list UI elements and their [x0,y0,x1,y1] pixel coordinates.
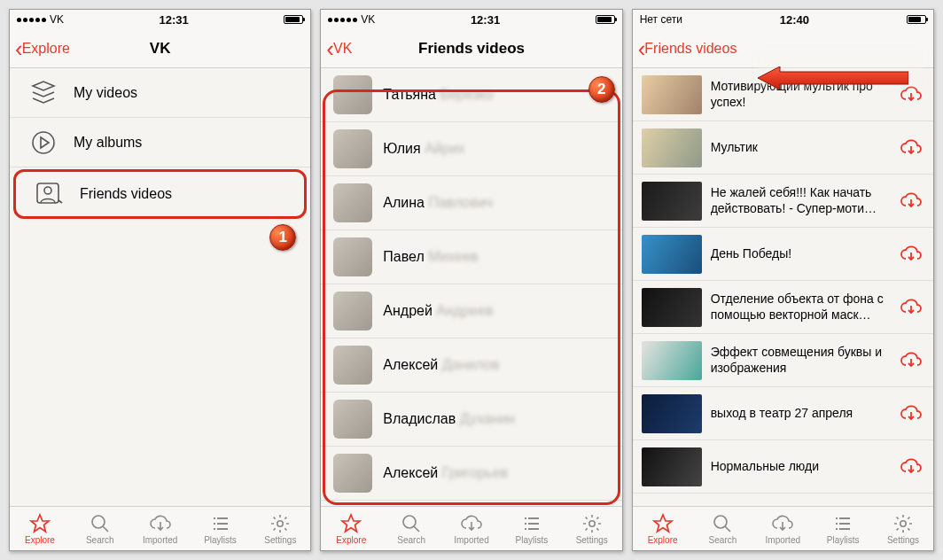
download-button[interactable] [900,297,924,318]
video-row[interactable]: Эффект совмещения буквы и изображения [633,334,933,387]
avatar [333,237,372,276]
back-label: Friends videos [644,41,736,57]
video-row[interactable]: День Победы! [633,228,933,281]
star-icon [340,513,362,534]
svg-point-2 [44,187,51,194]
video-title: Не жалей себя!!! Как начать действовать!… [711,185,891,216]
tab-settings[interactable]: Settings [250,507,310,550]
back-button[interactable]: ‹ Friends videos [638,37,737,60]
video-thumbnail [642,341,702,380]
tab-settings[interactable]: Settings [873,507,933,550]
download-button[interactable] [900,350,924,371]
video-row[interactable]: Нормальные люди [633,440,933,494]
friend-name: Юлия Айрих [383,141,464,157]
tab-imported[interactable]: Imported [441,507,502,550]
nav-bar: ‹ VK Friends videos [321,29,621,68]
clock: 12:31 [64,13,284,27]
download-button[interactable] [900,191,924,212]
svg-point-5 [403,516,416,528]
tab-label: Explore [25,535,55,545]
nav-bar: ‹ Explore VK [10,29,310,68]
friend-row[interactable]: Татьяна Березко [321,68,621,122]
friend-name: Алексей Данилов [383,357,499,373]
friends-list[interactable]: Татьяна Березко Юлия Айрих Алина Павлови… [321,68,621,506]
tab-imported[interactable]: Imported [130,507,191,550]
avatar [333,400,372,439]
battery-icon [284,15,303,24]
friend-row[interactable]: Алексей Григорьев [321,447,621,501]
download-button[interactable] [900,244,924,265]
tab-explore[interactable]: Explore [10,507,70,550]
tab-playlists[interactable]: Playlists [813,507,873,550]
video-thumbnail [642,75,702,114]
tab-explore[interactable]: Explore [321,507,381,550]
star-icon [29,513,51,534]
back-button[interactable]: ‹ Explore [15,37,70,60]
menu-friends-videos[interactable]: Friends videos [13,169,307,219]
menu-my-videos[interactable]: My videos [10,68,310,118]
video-row[interactable]: Мультик [633,121,933,175]
menu-label: Friends videos [80,186,172,202]
back-label: VK [333,41,352,57]
tab-search[interactable]: Search [70,507,130,550]
menu-my-albums[interactable]: My albums [10,118,310,167]
svg-point-0 [33,132,54,153]
tab-imported[interactable]: Imported [752,507,813,550]
tab-playlists[interactable]: Playlists [502,507,562,550]
search-icon [90,513,111,534]
tab-label: Playlists [204,535,237,545]
carrier-label: VK [50,13,64,26]
avatar [333,454,372,493]
status-bar: VK 12:31 [321,10,621,29]
tab-settings[interactable]: Settings [562,507,622,550]
list-icon [832,513,853,534]
friend-name: Андрей Андреев [383,303,493,319]
gear-icon [269,513,291,534]
friend-row[interactable]: Андрей Андреев [321,284,621,338]
video-row[interactable]: Не жалей себя!!! Как начать действовать!… [633,175,933,228]
video-row[interactable]: Отделение объекта от фона с помощью вект… [633,281,933,334]
tab-search[interactable]: Search [381,507,441,550]
videos-list[interactable]: Мотивирующий мультик про успех! Мультик … [633,68,933,506]
friend-name: Алина Павлович [383,195,493,211]
tab-label: Search [86,535,114,545]
tab-label: Settings [576,535,608,545]
tab-playlists[interactable]: Playlists [191,507,251,550]
friend-row[interactable]: Владислав Духанин [321,393,621,447]
tab-label: Playlists [827,535,860,545]
cloud-download-icon [771,513,794,534]
tab-bar: Explore Search Imported Playlists Settin… [321,506,621,550]
carrier-label: VK [361,13,375,26]
download-button[interactable] [900,84,924,105]
tab-explore[interactable]: Explore [633,507,693,550]
friend-row[interactable]: Павел Михеев [321,230,621,284]
friend-row[interactable]: Алексей Данилов [321,338,621,393]
signal-icon [17,18,46,22]
tab-search[interactable]: Search [693,507,753,550]
video-thumbnail [642,128,702,167]
download-button[interactable] [900,137,924,159]
download-button[interactable] [900,456,924,478]
tab-label: Explore [336,535,366,545]
friend-name: Павел Михеев [383,249,478,265]
content: My videos My albums Friends videos [10,68,310,506]
video-thumbnail [642,182,702,221]
friend-row[interactable]: Юлия Айрих [321,122,621,176]
avatar [333,183,372,222]
video-title: Эффект совмещения буквы и изображения [711,345,891,376]
status-bar: VK 12:31 [10,10,310,29]
tab-label: Settings [887,535,919,545]
avatar [333,346,372,385]
tab-label: Explore [648,535,678,545]
stack-icon [26,75,61,111]
video-row[interactable]: выход в театр 27 апреля [633,387,933,440]
friend-row[interactable]: Алина Павлович [321,176,621,230]
signal-icon [328,18,357,22]
video-title: выход в театр 27 апреля [711,406,891,422]
blurred-title [757,51,924,86]
battery-icon [596,15,615,24]
status-bar: Нет сети 12:40 [633,10,933,29]
download-button[interactable] [900,403,924,424]
back-button[interactable]: ‹ VK [326,37,352,60]
tab-label: Search [709,535,737,545]
